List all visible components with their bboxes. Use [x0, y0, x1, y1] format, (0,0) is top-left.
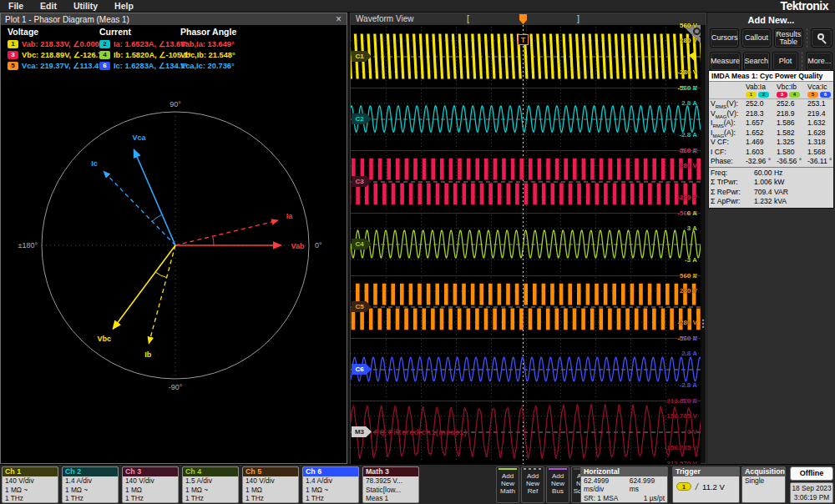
results-col-label: Vbc:Ib: [777, 83, 807, 91]
results-table[interactable]: IMDA Meas 1: Cyc Power Quality Vab:Ia12V…: [708, 70, 834, 209]
meas-row: 2Ia: 1.6523A, ∠13.65°: [99, 38, 191, 49]
splitter-grip-icon[interactable]: •••: [701, 319, 706, 329]
scale-label-c6: -2.8 A: [680, 381, 698, 389]
add-new-math-button[interactable]: Add New Math: [496, 466, 519, 503]
menu-item-help[interactable]: Help: [106, 0, 142, 13]
expansion-point-icon[interactable]: [519, 14, 527, 24]
meas-column-header: Voltage: [8, 27, 105, 38]
tektronix-logo: Tektronix: [781, 0, 828, 13]
scale-label-c2: 2.8 A: [681, 99, 697, 107]
position-marker-icon: [635, 502, 640, 503]
trigger-panel[interactable]: Trigger 1 / 11.2 V: [672, 466, 740, 503]
channel-badge-ch-4[interactable]: Ch 41.5 A/div1 MΩ ~1 THz: [182, 466, 239, 503]
channel-badge-ch-3[interactable]: Ch 3140 V/div1 MΩ1 THz: [122, 466, 179, 503]
add-new-ref-button[interactable]: Add New Ref: [521, 466, 544, 503]
results-row-label: Phase:: [711, 157, 746, 167]
phasor-vector-ib: [149, 245, 175, 343]
scale-label-m3: 0 V: [687, 428, 697, 436]
channel-badge-ch-1[interactable]: Ch 1140 V/div1 MΩ ~1 THz: [2, 466, 58, 503]
add-new-measure-button[interactable]: Measure: [710, 52, 741, 71]
zoom-overlay-button[interactable]: [811, 28, 832, 48]
offline-button[interactable]: Offline: [790, 466, 833, 481]
channel-badge-math-3[interactable]: Math 378.3925 V...Static[low...Meas 1: [362, 466, 419, 503]
waveform-view-header[interactable]: Waveform View [ ]: [351, 13, 706, 25]
waveform-view-window: Waveform View [ ] T C1560 V280 V-280 V-5…: [350, 13, 706, 464]
scale-label-c3: 560 V: [680, 147, 697, 154]
trigger-position-flag[interactable]: T: [518, 34, 529, 45]
axis-label: 90°: [170, 100, 181, 108]
channel-number-badge: 1: [8, 40, 18, 48]
add-new-cursors-button[interactable]: Cursors: [710, 28, 739, 48]
results-value: 1.469: [746, 138, 777, 148]
scale-label-c4: -3 A: [685, 256, 697, 264]
phase-angle-arc: [213, 236, 214, 245]
close-icon[interactable]: ×: [331, 14, 347, 24]
channel-setting: 140 V/div: [3, 476, 58, 486]
results-col-badges: 56: [807, 92, 835, 98]
scale-label-c3: 280 V: [680, 162, 697, 169]
channel-badge-ch-6[interactable]: Ch 61.4 A/div1 MΩ ~1 THz: [302, 466, 359, 503]
channel-number-badge: 3: [8, 51, 18, 59]
results-row: VRMS(V):252.0252.6253.1: [709, 99, 833, 109]
waveform-canvas[interactable]: [351, 25, 701, 465]
channel-number-badge: 1: [746, 92, 757, 98]
menu-item-edit[interactable]: Edit: [32, 0, 65, 13]
channel-name: Ch 2: [63, 467, 118, 476]
channel-setting: 1 THz: [303, 494, 358, 503]
trigger-source-badge: 1: [676, 482, 691, 491]
add-new-bus-button[interactable]: Add New Bus: [546, 466, 569, 503]
phasor-measurement-table: Voltage1Vab: 218.33V, ∠0.000°3Vbc: 218.8…: [1, 25, 347, 73]
channel-name: Ch 6: [303, 467, 358, 476]
add-new-callout-button[interactable]: Callout: [741, 28, 771, 48]
results-col-label: Vab:Ia: [746, 83, 777, 91]
channel-setting: Meas 1: [363, 494, 418, 503]
acquisition-panel[interactable]: Acquisition Single: [741, 466, 786, 503]
menu-item-utility[interactable]: Utility: [65, 0, 106, 13]
scale-label-c2: 5.6 A: [681, 84, 697, 92]
channel-name: Ch 1: [3, 467, 58, 476]
summary-row: Σ RePwr:709.4 VAR: [709, 188, 833, 198]
add-new-search-button[interactable]: Search: [743, 52, 770, 71]
results-col-badges: 34: [777, 92, 807, 98]
horizontal-panel[interactable]: Horizontal 62.4999 ms/div 624.999 ms SR:…: [580, 466, 668, 503]
results-value: 1.318: [807, 138, 835, 148]
results-row: I CF:1.6031.5801.568: [709, 148, 833, 158]
scale-label-c1: -280 V: [677, 68, 697, 76]
phasor-vector-label-ia: Ia: [286, 212, 294, 220]
results-row-label: V CF:: [711, 138, 746, 148]
channel-setting: 1 THz: [123, 494, 178, 503]
channel-setting: 78.3925 V...: [363, 476, 418, 486]
results-row: VMAG(V):218.3218.9219.4: [709, 109, 833, 119]
scale-label-c6: 2.8 A: [681, 350, 697, 357]
summary-value: 709.4 VAR: [754, 188, 832, 198]
add-new-label: Add New Ref: [522, 470, 544, 495]
waveform-view-title: Waveform View: [356, 14, 413, 23]
results-col-badges: 12: [746, 92, 777, 98]
channel-setting: 1.4 A/div: [303, 476, 358, 486]
phasor-vector-vca: [134, 149, 175, 245]
scale-label-m3: 313.570 V: [667, 397, 697, 405]
summary-value: 1.006 kW: [754, 178, 832, 188]
add-new-results-table-button[interactable]: Results Table: [774, 28, 803, 48]
scale-label-c4: 6 A: [687, 209, 697, 217]
panel-splitter[interactable]: •••: [701, 25, 706, 463]
results-row: IRMS(A):1.6571.5861.632: [709, 118, 833, 129]
plot-window-titlebar[interactable]: Plot 1 - Phasor Diagram (Meas 1) ×: [1, 13, 347, 25]
meas-column-phasor-angle: Phasor AngleVab,Ia: 13.649°Vbc,Ib: 21.54…: [180, 27, 236, 71]
channel-badge-ch-5[interactable]: Ch 5140 V/div1 MΩ1 THz: [242, 466, 299, 503]
add-new-plot-button[interactable]: Plot: [772, 52, 799, 71]
scale-label-m3: 156.785 V: [667, 412, 697, 420]
scale-label-c1: 560 V: [680, 22, 697, 29]
acquisition-panel-title: Acquisition: [742, 467, 785, 476]
horizontal-panel-title: Horizontal: [581, 467, 667, 476]
plot-window-title: Plot 1 - Phasor Diagram (Meas 1): [1, 15, 129, 24]
zoom-bracket-left: [: [467, 13, 469, 23]
phasor-vector-label-vab: Vab: [291, 242, 305, 250]
scale-label-m3: -156.785 V: [665, 444, 697, 451]
channel-badge-ch-2[interactable]: Ch 21.4 A/div1 MΩ ~1 THz: [62, 466, 119, 503]
more-button[interactable]: More...: [806, 52, 832, 71]
scale-label-c5: -280 V: [677, 319, 697, 326]
menu-item-file[interactable]: File: [0, 0, 32, 13]
acquisition-mode: Single: [742, 476, 785, 485]
summary-label: Σ ApPwr:: [711, 197, 754, 207]
